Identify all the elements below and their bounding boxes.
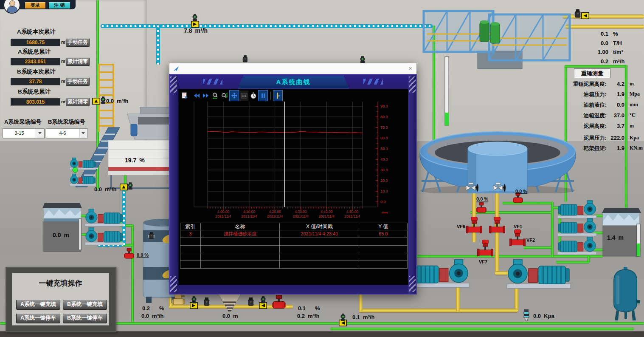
chevron-down-icon[interactable] — [79, 129, 87, 138]
red-valve-icon[interactable] — [513, 193, 523, 204]
login-button[interactable]: 登录 — [25, 2, 46, 9]
stope-select-a[interactable]: 3-15 — [3, 128, 45, 138]
svg-text:2021/11/4: 2021/11/4 — [319, 214, 335, 218]
control-valve-vf6[interactable] — [466, 217, 482, 235]
flowmeter-icon — [92, 98, 100, 105]
trend-popup-window: × A系统曲线 1:1 — [169, 63, 417, 295]
red-valve-icon[interactable] — [272, 295, 286, 309]
a-system-stop-button[interactable]: A系统一键停车 — [16, 313, 60, 323]
fill-panel-title: 一键充填操作 — [12, 278, 109, 288]
svg-text:10.0: 10.0 — [380, 189, 388, 193]
logout-button[interactable]: 注 销 — [48, 2, 70, 9]
forward-icon[interactable] — [201, 91, 210, 101]
control-valve-vf7[interactable] — [477, 240, 493, 258]
manual-valve-icon[interactable] — [493, 183, 506, 193]
popup-right-frame — [408, 75, 416, 294]
svg-text:4:30:00: 4:30:00 — [295, 210, 307, 214]
valve-tag-vf2: VF2 — [526, 238, 535, 243]
thickener-readout-row: 0.1% — [591, 31, 642, 37]
svg-text:60.0: 60.0 — [380, 136, 388, 140]
pipe-green-c — [523, 246, 553, 249]
zoom-x-icon[interactable] — [211, 91, 219, 101]
frame-hatch — [170, 276, 177, 292]
flowmeter-icon — [191, 21, 199, 28]
chevron-down-icon[interactable] — [36, 129, 44, 138]
popup-titlebar[interactable]: × — [169, 63, 417, 74]
app-logo-icon — [173, 66, 179, 72]
one-key-fill-panel-inner: 一键充填操作 A系统一键充填 B系统一键充填 A系统一键停车 B系统一键停车 — [12, 273, 109, 326]
control-valve-vf2[interactable] — [509, 229, 526, 247]
thickener-readout-row: 1.00t/m³ — [591, 49, 642, 55]
red-valve-icon[interactable] — [476, 202, 487, 213]
svg-text:1:1: 1:1 — [242, 94, 246, 97]
valve-tag-vf6: VF6 — [457, 224, 465, 229]
flow-sensor-icon — [100, 96, 107, 104]
table-row[interactable] — [180, 246, 408, 253]
flow-sensor-icon — [340, 314, 346, 321]
selector-label-b: B系统采场编号 — [48, 118, 85, 126]
zoom-y-icon[interactable] — [220, 91, 229, 101]
clock-icon[interactable] — [249, 91, 258, 101]
stat-value-a-current: 1680.75 — [11, 39, 60, 46]
svg-text:2021/11/4: 2021/11/4 — [293, 214, 309, 218]
pipe-green-a — [502, 202, 553, 204]
close-icon[interactable]: × — [408, 65, 412, 72]
svg-text:70.0: 70.0 — [380, 125, 388, 130]
manual-task-button-b[interactable]: 手动任务 — [66, 77, 90, 86]
motor-valve-icon[interactable] — [172, 294, 186, 307]
control-valve-vf1[interactable] — [489, 217, 505, 235]
right-water-tank — [599, 205, 644, 260]
manual-valve-icon[interactable] — [466, 183, 479, 193]
pressure-sensor-icon — [523, 309, 530, 321]
pause-icon[interactable] — [258, 90, 268, 101]
rewind-icon[interactable] — [192, 91, 201, 101]
one-key-fill-panel: 一键充填操作 A系统一键充填 B系统一键充填 A系统一键停车 B系统一键停车 — [6, 267, 116, 332]
table-row[interactable] — [180, 261, 408, 269]
hammer-row: 油箱液位:0.0mm — [567, 102, 643, 109]
flow-sensor-icon — [191, 296, 197, 303]
cursor-icon[interactable] — [273, 90, 283, 101]
dark-flowmeter-icon — [203, 297, 211, 306]
manual-task-button-a[interactable]: 手动任务 — [66, 38, 90, 47]
hammer-measure-button[interactable]: 重锤测量 — [574, 68, 610, 78]
stope-select-b[interactable]: 4-6 — [46, 128, 88, 138]
pan-icon[interactable] — [229, 90, 239, 101]
trend-cursor-table[interactable]: 索引名称X 值/时间戳Y 值3搅拌桶进砂浓度2021/11/4 4:23:496… — [180, 223, 408, 269]
svg-text:80.0: 80.0 — [380, 115, 388, 119]
hammer-row: 泥层压力:222.0Kpa — [567, 135, 643, 142]
dark-flowmeter-icon — [148, 232, 155, 239]
bottom-left-flow-readout: 0.0m³/h — [141, 313, 164, 319]
b-system-stop-button[interactable]: B系统一键停车 — [63, 313, 107, 323]
trend-toolbar: 1:1 — [180, 90, 283, 101]
table-row[interactable] — [180, 253, 408, 261]
flow-sensor-icon — [191, 14, 198, 21]
reset-total-button-a[interactable]: 累计清零 — [66, 57, 90, 66]
reset-total-button-b[interactable]: 累计清零 — [66, 98, 90, 106]
trend-chart[interactable]: 4:00:002021/11/44:10:002021/11/44:20:002… — [179, 102, 408, 222]
frame-hatch — [409, 76, 416, 93]
stat-value-b-total: 803.015 — [11, 98, 60, 106]
pressure-vessel — [610, 263, 641, 323]
stat-value-b-current: 37.78 — [11, 78, 60, 85]
thickener-readout-row: 0.0T/H — [591, 40, 642, 46]
svg-text:4:40:00: 4:40:00 — [321, 210, 333, 214]
pipe-cyan-top — [101, 24, 433, 28]
report-icon[interactable] — [180, 91, 189, 101]
a-system-fill-button[interactable]: A系统一键充填 — [16, 300, 60, 310]
stat-title-b-current: B系统本次累计 — [17, 68, 56, 76]
red-valve-icon[interactable] — [124, 248, 134, 259]
hammer-row: 耙架扭矩:1.9KN.m — [567, 145, 643, 152]
table-row[interactable]: 3搅拌桶进砂浓度2021/11/4 4:23:4965.0 — [180, 230, 408, 238]
table-row[interactable] — [180, 238, 408, 246]
b-system-fill-button[interactable]: B系统一键充填 — [63, 300, 107, 310]
valve-opening-readout: 0.0 % — [476, 196, 488, 201]
popup-left-frame — [170, 75, 177, 294]
svg-text:4:10:00: 4:10:00 — [243, 210, 256, 214]
header-deco — [363, 79, 383, 85]
dark-flowmeter-icon — [574, 9, 582, 18]
valve-opening-readout: 0.0 % — [137, 252, 149, 258]
right-tank-level-readout: 1.4m — [607, 234, 624, 241]
one-to-one-icon[interactable]: 1:1 — [239, 91, 248, 101]
stat-title-a-total: A系统总累计 — [18, 48, 51, 56]
frame-hatch — [409, 276, 416, 292]
